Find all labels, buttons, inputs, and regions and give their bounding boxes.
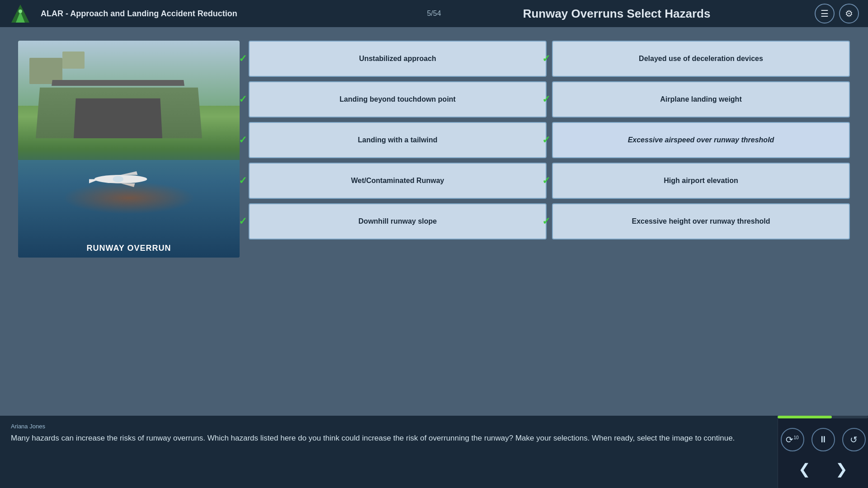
hazard-column-right: ✓ Delayed use of deceleration devices ✓ … [552,41,850,239]
replay-button[interactable]: ⟳10 [781,428,804,451]
controls-area: ⟳10 ⏸ ↺ ❮ ❯ [778,416,868,488]
check-excessive-height: ✓ [542,216,550,227]
check-tailwind: ✓ [239,134,247,146]
check-delayed-decel: ✓ [542,53,550,65]
replay-icon: ⟳10 [786,434,798,445]
progress-fill [778,416,832,418]
page-title: Runway Overruns Select Hazards [428,7,806,21]
hazard-btn-tailwind[interactable]: Landing with a tailwind [249,122,547,158]
header: ALAR - Approach and Landing Accident Red… [0,0,868,27]
runway-image[interactable] [18,41,240,258]
image-container[interactable]: RUNWAY OVERRUN [18,41,240,258]
hazard-btn-delayed-decel[interactable]: Delayed use of deceleration devices [552,41,850,77]
hazard-column-left: ✓ Unstabilized approach ✓ Landing beyond… [249,41,547,239]
pause-icon: ⏸ [819,434,828,445]
hazard-btn-excessive-height[interactable]: Excessive height over runway threshold [552,203,850,239]
slide-counter: 5/54 [427,9,441,18]
next-icon: ❯ [835,460,848,478]
main-content: RUNWAY OVERRUN ✓ Unstabilized approach ✓… [0,27,868,416]
check-landing-beyond: ✓ [239,94,247,105]
hazard-btn-unstabilized[interactable]: Unstabilized approach [249,41,547,77]
hazard-item-unstabilized: ✓ Unstabilized approach [249,41,547,77]
nav-controls: ❮ ❯ [793,457,854,481]
hazard-item-high-elevation: ✓ High airport elevation [552,163,850,199]
hazard-item-downhill: ✓ Downhill runway slope [249,203,547,239]
hazard-btn-landing-weight[interactable]: Airplane landing weight [552,81,850,117]
hazard-item-excessive-height: ✓ Excessive height over runway threshold [552,203,850,239]
bottom-bar: Ariana Jones Many hazards can increase t… [0,416,868,488]
hazard-btn-wet-runway[interactable]: Wet/Contaminated Runway [249,163,547,199]
check-excessive-airspeed: ✓ [542,134,550,146]
image-caption: RUNWAY OVERRUN [86,244,171,253]
check-wet-runway: ✓ [239,175,247,187]
replay-all-button[interactable]: ↺ [842,428,866,451]
hazard-btn-downhill[interactable]: Downhill runway slope [249,203,547,239]
hazard-item-landing-beyond: ✓ Landing beyond touchdown point [249,81,547,117]
next-button[interactable]: ❯ [830,457,854,481]
hazard-item-delayed-decel: ✓ Delayed use of deceleration devices [552,41,850,77]
hazard-btn-landing-beyond[interactable]: Landing beyond touchdown point [249,81,547,117]
menu-button[interactable]: ☰ [815,4,835,23]
narration-area: Ariana Jones Many hazards can increase t… [0,416,778,488]
hazard-item-landing-weight: ✓ Airplane landing weight [552,81,850,117]
narration-text: Many hazards can increase the risks of r… [11,432,767,444]
playback-controls: ⟳10 ⏸ ↺ [781,428,866,451]
logo-area [9,2,32,25]
logo-icon [9,2,32,25]
replay-all-icon: ↺ [850,434,858,445]
check-downhill: ✓ [239,216,247,227]
progress-bar-container [778,416,868,418]
check-landing-weight: ✓ [542,94,550,105]
hazard-btn-high-elevation[interactable]: High airport elevation [552,163,850,199]
header-buttons: ☰ ⚙ [815,4,859,23]
svg-marker-5 [121,171,137,175]
pause-button[interactable]: ⏸ [811,428,835,451]
scene-background [18,41,240,258]
prev-icon: ❮ [798,460,811,478]
check-high-elevation: ✓ [542,175,550,187]
hazards-area: ✓ Unstabilized approach ✓ Landing beyond… [249,41,850,239]
settings-button[interactable]: ⚙ [839,4,859,23]
check-unstabilized: ✓ [239,53,247,65]
app-title: ALAR - Approach and Landing Accident Red… [41,9,419,19]
narrator-name: Ariana Jones [11,423,767,430]
hazard-btn-excessive-airspeed[interactable]: Excessive airspeed over runway threshold [552,122,850,158]
hazard-item-excessive-airspeed: ✓ Excessive airspeed over runway thresho… [552,122,850,158]
prev-button[interactable]: ❮ [793,457,816,481]
hazard-item-wet-runway: ✓ Wet/Contaminated Runway [249,163,547,199]
svg-point-2 [19,9,22,13]
hazard-item-tailwind: ✓ Landing with a tailwind [249,122,547,158]
